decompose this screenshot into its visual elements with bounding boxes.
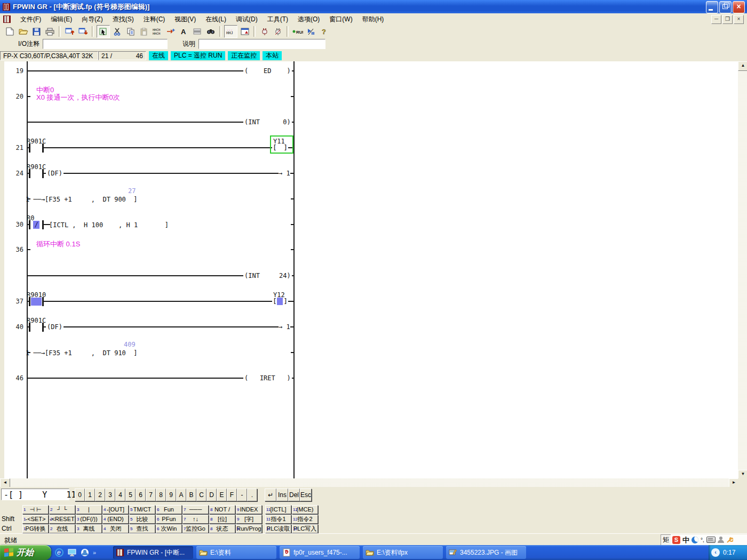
menu-item-online[interactable]: 在线(L) bbox=[201, 13, 231, 26]
entry-key-2[interactable]: 2 bbox=[95, 489, 105, 501]
menu-item-window[interactable]: 窗口(W) bbox=[324, 13, 357, 26]
save-button[interactable] bbox=[30, 26, 43, 37]
punctuation-icon[interactable]: °, bbox=[701, 537, 704, 543]
quicklaunch-ie-icon[interactable]: e bbox=[54, 548, 64, 557]
entry-key-.[interactable]: . bbox=[247, 489, 257, 501]
monitor-window-button[interactable] bbox=[239, 26, 251, 37]
entry-key-ins[interactable]: Ins bbox=[276, 489, 288, 501]
monitor-button[interactable]: ---HHJ bbox=[224, 25, 237, 38]
menu-item-help[interactable]: 帮助(H) bbox=[357, 13, 389, 26]
entry-key-4[interactable]: 4 bbox=[115, 489, 125, 501]
fn-key-shift-1[interactable]: 1-<SET> bbox=[22, 515, 49, 524]
fn-key-ctrl-6[interactable]: 6次Win bbox=[156, 524, 182, 533]
menu-item-edit[interactable]: 编辑(E) bbox=[46, 13, 77, 26]
cut-button[interactable] bbox=[111, 26, 123, 37]
chinese-mode-icon[interactable]: 中 bbox=[682, 536, 689, 544]
fn-key-shift-4[interactable]: 4(END) bbox=[102, 515, 129, 524]
insert-jump-button[interactable] bbox=[164, 26, 177, 37]
taskbar-task-3[interactable]: E:\资料\fpx bbox=[363, 546, 443, 559]
fn-key-ctrl-12[interactable]: 12PLC写入 bbox=[292, 524, 318, 533]
entry-key-6[interactable]: 6 bbox=[136, 489, 146, 501]
fn-key-9[interactable]: 9INDEX bbox=[236, 505, 262, 514]
entry-key-9[interactable]: 9 bbox=[166, 489, 176, 501]
fn-key-shift-11[interactable]: 11指令1 bbox=[265, 515, 291, 524]
fn-key-ctrl-11[interactable]: 11PLC读取 bbox=[265, 524, 291, 533]
fn-key-8[interactable]: 8NOT / bbox=[209, 505, 235, 514]
ladder-cursor[interactable] bbox=[270, 135, 293, 154]
horizontal-scrollbar[interactable] bbox=[0, 478, 738, 487]
mdi-minimize-button[interactable]: ─ bbox=[711, 15, 721, 24]
menu-item-options[interactable]: 选项(O) bbox=[293, 13, 324, 26]
entry-key-D[interactable]: D bbox=[206, 489, 217, 501]
ladder-editor[interactable]: 19( ED )20中断0X0 接通一次，执行中断0次(INT 0)21R901… bbox=[4, 61, 738, 478]
fn-key-11[interactable]: 11[ICTL] bbox=[265, 505, 291, 514]
fn-key-shift-7[interactable]: 7↑↓ bbox=[182, 515, 209, 524]
fn-key-4[interactable]: 4-[OUT] bbox=[102, 505, 129, 514]
copy-button[interactable] bbox=[124, 26, 137, 37]
mdi-close-button[interactable]: × bbox=[734, 15, 744, 24]
entry-key-del[interactable]: Del bbox=[288, 489, 300, 501]
entry-key-0[interactable]: 0 bbox=[75, 489, 85, 501]
taskbar-task-1[interactable]: E:\资料 bbox=[196, 546, 276, 559]
io-comment-input[interactable] bbox=[43, 39, 168, 49]
menu-item-view[interactable]: 视图(V) bbox=[170, 13, 201, 26]
restore-button[interactable] bbox=[719, 1, 732, 13]
upload-button[interactable] bbox=[63, 26, 76, 37]
menu-item-wizard[interactable]: 向导(Z) bbox=[77, 13, 107, 26]
new-button[interactable] bbox=[4, 26, 16, 37]
fn-key-7[interactable]: 7─── bbox=[182, 505, 209, 514]
minimize-button[interactable] bbox=[706, 1, 718, 13]
document-icon[interactable] bbox=[3, 15, 11, 23]
entry-key--[interactable]: - bbox=[237, 489, 247, 501]
fn-key-shift-9[interactable]: 9[字] bbox=[236, 515, 262, 524]
menu-item-comment[interactable]: 注释(C) bbox=[139, 13, 170, 26]
keyboard-icon[interactable] bbox=[706, 537, 716, 543]
fn-key-6[interactable]: 6Fun bbox=[156, 505, 182, 514]
entry-key-3[interactable]: 3 bbox=[105, 489, 115, 501]
mdi-restore-button[interactable]: ❐ bbox=[722, 15, 733, 24]
ime-handle[interactable]: 矩 bbox=[661, 534, 671, 546]
close-button[interactable]: × bbox=[733, 1, 745, 13]
menu-item-debug[interactable]: 调试(D) bbox=[231, 13, 263, 26]
download-button[interactable] bbox=[77, 26, 89, 37]
taskbar-task-0[interactable]: FPWIN GR - [中断... bbox=[113, 546, 193, 559]
taskbar-task-2[interactable]: fp0r_users_f475-... bbox=[280, 546, 360, 559]
entry-key-E[interactable]: E bbox=[217, 489, 227, 501]
quicklaunch-messenger-icon[interactable] bbox=[80, 548, 90, 557]
fn-key-shift-5[interactable]: 5比较 bbox=[129, 515, 155, 524]
fn-key-shift-6[interactable]: 6PFun bbox=[156, 515, 182, 524]
sogou-icon[interactable]: S bbox=[672, 536, 680, 544]
quicklaunch-overflow-icon[interactable]: » bbox=[93, 549, 96, 556]
entry-key-8[interactable]: 8 bbox=[156, 489, 166, 501]
entry-key-esc[interactable]: Esc bbox=[300, 489, 312, 501]
open-button[interactable] bbox=[17, 26, 29, 37]
entry-key-1[interactable]: 1 bbox=[85, 489, 95, 501]
entry-key-5[interactable]: 5 bbox=[125, 489, 136, 501]
help-button[interactable]: ?? bbox=[318, 26, 330, 37]
menu-item-tools[interactable]: 工具(T) bbox=[263, 13, 293, 26]
fn-key-shift-2[interactable]: 2-<RESET> bbox=[49, 515, 75, 524]
quicklaunch-desktop-icon[interactable] bbox=[67, 548, 77, 557]
run-mode-button[interactable]: RUN bbox=[291, 26, 304, 37]
fn-key-ctrl-4[interactable]: 4关闭 bbox=[102, 524, 129, 533]
fn-key-3[interactable]: 3| bbox=[76, 505, 102, 514]
paste-button[interactable] bbox=[138, 26, 150, 37]
fn-key-ctrl-2[interactable]: 2在线 bbox=[49, 524, 75, 533]
fn-key-5[interactable]: 5TM/CT bbox=[129, 505, 155, 514]
wrench-icon[interactable] bbox=[726, 537, 733, 543]
entry-key-F[interactable]: F bbox=[227, 489, 237, 501]
print-button[interactable] bbox=[44, 26, 56, 37]
start-button[interactable]: 开始 bbox=[0, 545, 51, 560]
fn-key-1[interactable]: 1⊣ ⊢ bbox=[22, 505, 49, 514]
offline-plug-button[interactable] bbox=[272, 26, 284, 37]
entry-key-C[interactable]: C bbox=[196, 489, 206, 501]
fn-key-shift-12[interactable]: 12指令2 bbox=[292, 515, 318, 524]
fn-key-ctrl-8[interactable]: 8状态 bbox=[209, 524, 235, 533]
scroll-up-button[interactable]: ▲ bbox=[738, 61, 747, 71]
entry-key-A[interactable]: A bbox=[176, 489, 186, 501]
user-icon[interactable] bbox=[718, 537, 724, 543]
menu-item-file[interactable]: 文件(F) bbox=[15, 13, 46, 26]
find-button[interactable] bbox=[204, 26, 217, 37]
fn-key-ctrl-3[interactable]: 3离线 bbox=[76, 524, 102, 533]
fn-key-shift-8[interactable]: 8[位] bbox=[209, 515, 235, 524]
